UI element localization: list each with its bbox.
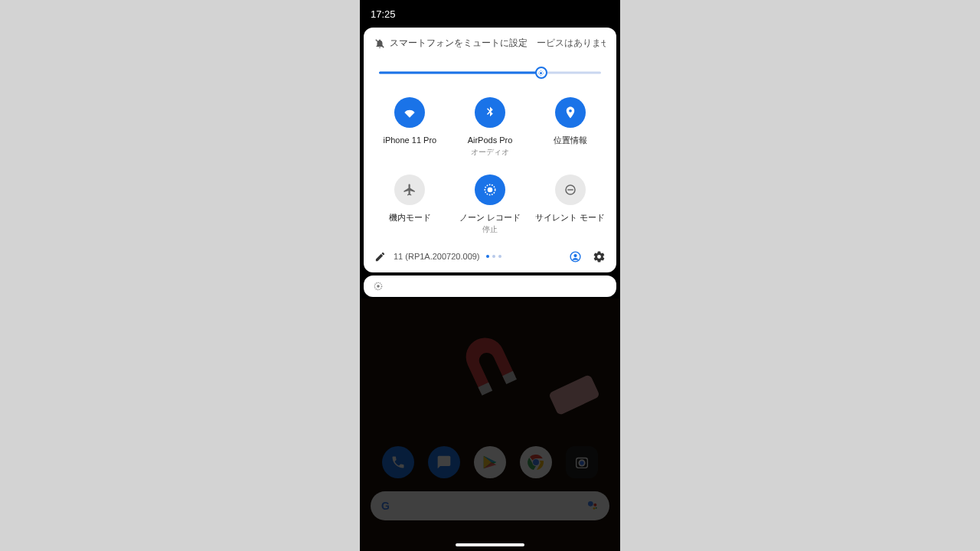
qs-footer: 11 (RP1A.200720.009) xyxy=(364,243,616,266)
svg-line-20 xyxy=(543,70,544,71)
tile-label: iPhone 11 Pro xyxy=(370,135,450,146)
edit-tiles-button[interactable] xyxy=(374,251,386,262)
location-icon xyxy=(555,97,586,128)
page-indicator xyxy=(486,255,501,258)
notification-card[interactable] xyxy=(364,276,616,297)
svg-point-22 xyxy=(488,187,493,193)
svg-point-12 xyxy=(540,72,542,74)
brightness-icon xyxy=(537,70,544,77)
record-icon xyxy=(373,281,384,292)
qs-tile-screenrec[interactable]: ノーン レコード停止 xyxy=(450,174,531,235)
gesture-nav-bar[interactable] xyxy=(456,543,524,546)
svg-line-17 xyxy=(539,70,540,71)
bell-off-icon xyxy=(374,38,385,49)
user-icon xyxy=(569,250,582,263)
page-dot xyxy=(492,255,495,258)
camera-app-icon[interactable] xyxy=(566,446,598,478)
settings-button[interactable] xyxy=(593,250,606,263)
qs-tile-location[interactable]: 位置情報 xyxy=(530,97,610,158)
qs-mute-label: スマートフォンをミュートに設定 xyxy=(390,37,528,50)
build-version: 11 (RP1A.200720.009) xyxy=(394,252,480,261)
svg-point-8 xyxy=(593,504,596,507)
chrome-app-icon[interactable] xyxy=(520,446,552,478)
wallpaper-magnet xyxy=(444,321,536,413)
tile-sublabel: オーディオ xyxy=(450,147,531,158)
svg-point-9 xyxy=(593,507,596,510)
dnd-icon xyxy=(555,174,586,205)
svg-point-10 xyxy=(596,507,597,509)
qs-tile-airplane[interactable]: 機内モード xyxy=(370,174,450,235)
record-icon xyxy=(475,174,505,205)
qs-tile-bluetooth[interactable]: AirPods Proオーディオ xyxy=(450,97,531,158)
slider-fill xyxy=(379,72,541,74)
google-logo-icon: G xyxy=(381,500,390,512)
messages-app-icon[interactable] xyxy=(428,446,460,478)
wallpaper-eraser xyxy=(548,374,600,416)
home-dock xyxy=(360,446,620,478)
svg-point-26 xyxy=(573,254,577,257)
brightness-slider-row xyxy=(364,56,616,86)
airplane-icon xyxy=(394,174,425,205)
user-switch-button[interactable] xyxy=(569,250,582,263)
svg-point-3 xyxy=(533,459,539,465)
gear-icon xyxy=(593,250,606,263)
quick-settings-panel: スマートフォンをミュートに設定 ービスはありませ iPhone 11 ProAi… xyxy=(364,28,616,272)
play-store-app-icon[interactable] xyxy=(474,446,506,478)
svg-point-5 xyxy=(580,461,584,465)
svg-line-19 xyxy=(539,74,540,75)
qs-service-label: ービスはありませ xyxy=(537,37,606,50)
google-search-bar[interactable]: G xyxy=(371,491,609,520)
tile-label: サイレント モード xyxy=(530,212,610,223)
tile-label: 機内モード xyxy=(370,212,450,223)
status-time: 17:25 xyxy=(371,8,396,20)
svg-point-28 xyxy=(377,285,380,288)
page-dot xyxy=(498,255,501,258)
tile-label: 位置情報 xyxy=(530,135,610,146)
qs-tiles-grid: iPhone 11 ProAirPods Proオーディオ位置情報機内モードノー… xyxy=(364,86,616,243)
wifi-icon xyxy=(394,97,425,128)
status-bar: 17:25 xyxy=(360,0,620,28)
assistant-icon xyxy=(586,500,599,512)
phone-app-icon[interactable] xyxy=(382,446,414,478)
qs-header: スマートフォンをミュートに設定 ービスはありませ xyxy=(364,37,616,56)
phone-frame: G 17:25 スマートフォンをミュートに設定 ービスはありませ iPhone … xyxy=(360,0,620,551)
tile-label: ノーン レコード xyxy=(450,212,531,223)
tile-label: AirPods Pro xyxy=(450,135,531,146)
svg-point-7 xyxy=(588,501,593,507)
brightness-slider[interactable] xyxy=(379,67,601,79)
pencil-icon xyxy=(374,251,386,262)
qs-tile-wifi[interactable]: iPhone 11 Pro xyxy=(370,97,450,158)
page-dot xyxy=(486,255,489,258)
bluetooth-icon xyxy=(475,97,505,128)
brightness-thumb[interactable] xyxy=(535,67,547,79)
tile-sublabel: 停止 xyxy=(450,224,531,235)
home-screen-background: G xyxy=(360,298,620,551)
qs-tile-silent[interactable]: サイレント モード xyxy=(530,174,610,235)
svg-line-18 xyxy=(543,74,544,75)
